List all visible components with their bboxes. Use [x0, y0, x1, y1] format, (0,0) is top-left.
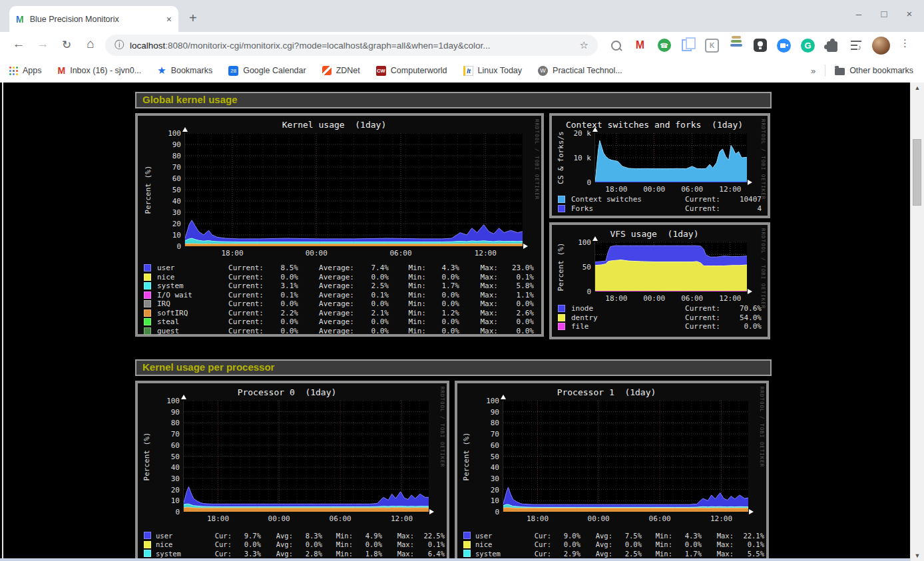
- plot-area: CS & forks/s 20 k10 k018:0000:0006:0012:…: [594, 133, 747, 182]
- bookmark-google-calendar[interactable]: 28Google Calendar: [228, 66, 306, 76]
- graph-title: Context switches and forks (1day): [552, 120, 757, 130]
- legend-stat-key: Max:: [459, 291, 498, 299]
- y-tick-label: 0: [176, 242, 181, 251]
- legend-row: niceCur:0.0%Avg:0.0%Min:0.0%Max:0.1%: [144, 540, 441, 550]
- window-left-edge: [2, 83, 3, 561]
- video-call-extension-icon[interactable]: [776, 38, 792, 53]
- tab-close-icon[interactable]: ×: [166, 14, 172, 25]
- legend-series-name: system: [156, 281, 214, 290]
- kernel-usage-graph[interactable]: Kernel usage (1day) RRDTOOL / TOBI OETIK…: [135, 113, 544, 337]
- extensions-puzzle-icon[interactable]: [824, 38, 839, 53]
- maximize-button[interactable]: □: [879, 8, 889, 19]
- legend-stat-key: Current:: [214, 291, 264, 299]
- y-axis-arrow-icon: [592, 236, 598, 241]
- bookmark-bookmarks[interactable]: ★Bookmarks: [157, 65, 212, 77]
- reload-button[interactable]: ↻: [58, 38, 75, 52]
- legend-stat-key: Max:: [459, 327, 498, 335]
- legend-row: userCur:9.7%Avg:8.3%Min:4.9%Max:22.5%: [144, 531, 441, 540]
- legend-stat-key: Min:: [389, 291, 426, 299]
- graph-title: VFS usage (1day): [552, 229, 757, 239]
- legend-stat-value: 0.0%: [720, 322, 762, 331]
- y-tick-label: 20: [171, 486, 180, 494]
- y-tick-label: 100: [578, 238, 591, 247]
- apps-grid-icon: [9, 67, 18, 75]
- scrollbar-down-icon[interactable]: ▼: [911, 550, 924, 561]
- graph-legend: inodeCurrent:70.6%dentryCurrent:54.0%fil…: [558, 304, 762, 331]
- legend-stat-value: 2.6%: [498, 309, 534, 317]
- lamp-extension-icon[interactable]: [752, 38, 768, 53]
- page-scrollbar[interactable]: ▲ ▼: [910, 83, 924, 561]
- other-bookmarks[interactable]: Other bookmarks: [835, 66, 913, 75]
- url-text[interactable]: localhost:8080/monitorix-cgi/monitorix.c…: [130, 41, 575, 51]
- legend-stat-value: 70.6%: [720, 304, 762, 313]
- frame-extension-icon[interactable]: K: [704, 38, 720, 53]
- browser-menu-icon[interactable]: ⋮: [900, 37, 910, 49]
- bookmark-star-icon[interactable]: ☆: [580, 39, 588, 51]
- grammarly-extension-icon[interactable]: G: [800, 38, 815, 53]
- bookmark-computerworld[interactable]: CWComputerworld: [376, 66, 447, 76]
- browser-tab[interactable]: M Blue Precision Monitorix ×: [9, 6, 178, 32]
- legend-stat-key: Cur:: [521, 550, 551, 558]
- y-axis-label: Percent (%): [462, 432, 471, 480]
- calendar-icon: 28: [228, 66, 238, 76]
- copy-extension-icon[interactable]: [680, 38, 696, 53]
- playlist-extension-icon[interactable]: [848, 38, 863, 53]
- processor-0-graph[interactable]: Processor 0 (1day) RRDTOOL / TOBI OETIKE…: [135, 381, 449, 561]
- search-extension-icon[interactable]: [608, 38, 624, 53]
- gmail-m-icon: M: [636, 39, 644, 51]
- x-tick-label: 12:00: [391, 514, 413, 523]
- bookmark-label: Apps: [23, 66, 42, 75]
- bookmarks-overflow-chevron[interactable]: »: [811, 66, 815, 76]
- home-button[interactable]: ⌂: [82, 37, 99, 51]
- back-button[interactable]: ←: [10, 37, 27, 51]
- url-path: :8080/monitorix-cgi/monitorix.cgi?mode=l…: [165, 41, 490, 51]
- legend-stat-value: 2.8%: [293, 550, 322, 558]
- legend-stat-key: Max:: [459, 309, 498, 317]
- vfs-usage-graph[interactable]: VFS usage (1day) RRDTOOL / TOBI OETIKER …: [549, 222, 770, 339]
- legend-series-name: nice: [156, 273, 214, 281]
- page-info-icon[interactable]: ⓘ: [115, 39, 124, 51]
- legend-stat-value: 0.0%: [498, 299, 534, 308]
- legend-stat-key: Min:: [389, 273, 426, 281]
- new-tab-button[interactable]: +: [189, 9, 197, 27]
- bookmark-inbox[interactable]: MInbox (16) - sjvn0...: [58, 65, 142, 76]
- legend-stat-key: Min:: [389, 309, 426, 317]
- legend-stat-value: 0.0%: [551, 540, 580, 548]
- bookmark-linux-today[interactable]: ltLinux Today: [463, 66, 523, 76]
- bookmark-zdnet[interactable]: ZDNet: [322, 66, 360, 75]
- profile-avatar[interactable]: [872, 37, 890, 55]
- legend-stat-key: Average:: [298, 327, 354, 335]
- computerworld-icon: CW: [376, 66, 386, 76]
- y-tick-label: 80: [172, 152, 181, 160]
- legend-stat-value: 0.0%: [426, 299, 459, 308]
- legend-stat-key: Current:: [214, 281, 264, 290]
- close-button[interactable]: ×: [904, 8, 915, 19]
- per-processor-row: Processor 0 (1day) RRDTOOL / TOBI OETIKE…: [135, 381, 772, 561]
- legend-swatch: [144, 532, 151, 539]
- minimize-button[interactable]: –: [853, 8, 864, 19]
- zdnet-icon: [322, 66, 332, 75]
- stack-extension-icon[interactable]: [728, 38, 744, 53]
- legend-stat-key: Avg:: [261, 540, 293, 548]
- processor-1-graph[interactable]: Processor 1 (1day) RRDTOOL / TOBI OETIKE…: [455, 381, 769, 561]
- address-bar[interactable]: ⓘ localhost:8080/monitorix-cgi/monitorix…: [105, 35, 598, 56]
- voice-extension-icon[interactable]: ☎: [656, 38, 672, 53]
- legend-stat-key: Max:: [382, 550, 414, 558]
- scrollbar-up-icon[interactable]: ▲: [911, 83, 924, 93]
- legend-stat-value: 4.9%: [353, 532, 382, 540]
- bookmark-practical-technology[interactable]: WPractical Technol...: [538, 66, 622, 76]
- magnifier-icon: [611, 41, 621, 51]
- x-tick-label: 00:00: [306, 249, 328, 258]
- y-tick-label: 40: [171, 463, 180, 472]
- bookmark-label: Google Calendar: [243, 66, 306, 75]
- legend-stat-value: 0.0%: [264, 327, 298, 335]
- legend-stat-key: Min:: [389, 281, 426, 290]
- context-switches-graph[interactable]: Context switches and forks (1day) RRDTOO…: [549, 113, 770, 218]
- gmail-extension-icon[interactable]: M: [632, 38, 648, 53]
- legend-stat-value: 0.0%: [426, 327, 459, 335]
- legend-series-name: guest: [156, 327, 214, 335]
- browser-toolbar: ← → ↻ ⌂ ⓘ localhost:8080/monitorix-cgi/m…: [0, 32, 924, 59]
- phone-icon: ☎: [658, 39, 671, 52]
- scrollbar-thumb[interactable]: [913, 139, 921, 206]
- bookmark-apps[interactable]: Apps: [9, 66, 42, 75]
